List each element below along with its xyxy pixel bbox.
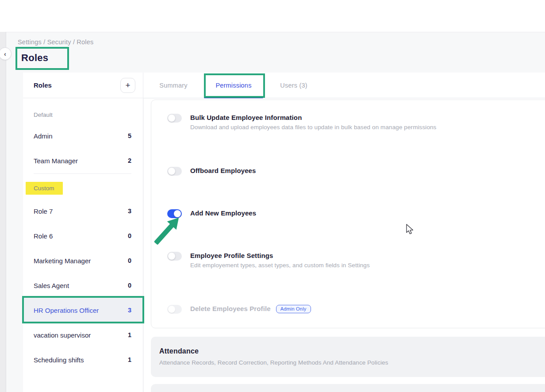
bulk-update-toggle[interactable] <box>167 114 182 123</box>
role-name: Role 6 <box>34 232 53 240</box>
permission-label: Add New Employees <box>190 208 256 218</box>
toggle-knob <box>168 115 175 122</box>
role-user-count: 5 <box>128 132 131 139</box>
employees-permissions-panel: Bulk Update Employee Information Downloa… <box>151 100 545 328</box>
toggle-knob <box>168 253 175 260</box>
role-name: Sales Agent <box>34 282 69 289</box>
sidebar-item-scheduling-shifts[interactable]: Scheduling shifts 1 <box>23 347 143 372</box>
role-name: Role 7 <box>34 208 53 215</box>
role-name: Team Manager <box>34 157 78 165</box>
toggle-knob <box>168 306 175 313</box>
sidebar-item-marketing-manager[interactable]: Marketing Manager 0 <box>23 248 143 273</box>
tab-permissions[interactable]: Permissions <box>215 73 251 98</box>
profile-settings-toggle[interactable] <box>167 252 182 261</box>
toggle-knob <box>168 168 175 175</box>
role-name: HR Operations Officer <box>34 307 99 314</box>
offboard-toggle[interactable] <box>167 167 182 176</box>
add-new-employees-toggle[interactable] <box>167 209 182 218</box>
permission-description: Edit employement types, asset types, and… <box>190 262 370 269</box>
role-name: Admin <box>34 132 53 140</box>
sidebar-item-role-6[interactable]: Role 6 0 <box>23 223 143 248</box>
admin-only-badge: Admin Only <box>276 305 311 313</box>
sidebar-divider <box>34 173 131 174</box>
permission-row-delete-profile: Delete Employees Profile Admin Only <box>167 304 545 314</box>
section-label-custom: Custom <box>23 179 143 197</box>
permission-row-bulk-update: Bulk Update Employee Information Downloa… <box>167 113 545 131</box>
next-section-card-partial[interactable] <box>151 384 545 392</box>
permission-row-profile-settings: Employee Profile Settings Edit employeme… <box>167 251 545 269</box>
permission-description: Download and upload employees data files… <box>190 124 436 131</box>
sidebar-item-vacation-supervisor[interactable]: vacation supervisor 1 <box>23 323 143 347</box>
sidebar-item-role-7[interactable]: Role 7 3 <box>23 199 143 223</box>
active-tab-indicator <box>204 97 263 98</box>
role-user-count: 3 <box>128 208 131 215</box>
delete-profile-toggle <box>167 305 182 314</box>
role-name: Marketing Manager <box>34 257 91 265</box>
left-edge-strip <box>0 32 6 392</box>
sidebar-item-sales-agent[interactable]: Sales Agent 0 <box>23 273 143 298</box>
page-title: Roles <box>21 52 48 64</box>
roles-sidebar: Roles + Default Admin 5 Team Manager 2 C… <box>23 73 143 392</box>
sidebar-item-team-manager[interactable]: Team Manager 2 <box>23 148 143 173</box>
permission-label: Offboard Employees <box>190 166 256 176</box>
roles-settings-page: ‹ Settings / Security / Roles Roles Role… <box>0 0 545 392</box>
permission-label: Employee Profile Settings <box>190 251 370 261</box>
sidebar-header-title: Roles <box>34 81 52 89</box>
section-label-default: Default <box>23 105 143 124</box>
role-user-count: 1 <box>128 356 131 363</box>
role-user-count: 3 <box>128 307 131 314</box>
detail-tabbar: Summary Permissions Users (3) <box>143 73 545 98</box>
permission-label: Bulk Update Employee Information <box>190 113 436 123</box>
role-user-count: 1 <box>128 331 131 338</box>
role-user-count: 0 <box>128 257 131 264</box>
chevron-left-icon: ‹ <box>4 50 6 58</box>
role-user-count: 0 <box>128 282 131 289</box>
toggle-knob <box>174 210 181 217</box>
section-description: Attendance Records, Record Correction, R… <box>159 359 545 366</box>
sidebar-item-admin[interactable]: Admin 5 <box>23 123 143 148</box>
permission-row-offboard: Offboard Employees <box>167 166 545 176</box>
sidebar-item-hr-operations-officer[interactable]: HR Operations Officer 3 <box>23 298 143 323</box>
plus-icon: + <box>125 81 130 90</box>
sidebar-header: Roles + <box>23 73 143 98</box>
role-user-count: 2 <box>128 157 131 164</box>
role-name: vacation supervisor <box>34 331 91 339</box>
role-name: Scheduling shifts <box>34 356 84 364</box>
custom-label-highlight: Custom <box>26 182 63 195</box>
attendance-section-card[interactable]: Attendance Attendance Records, Record Co… <box>151 337 545 377</box>
tab-users[interactable]: Users (3) <box>280 73 307 98</box>
add-role-button[interactable]: + <box>120 78 135 93</box>
role-user-count: 0 <box>128 232 131 239</box>
tab-summary[interactable]: Summary <box>159 73 187 98</box>
permission-row-add-new-employees: Add New Employees <box>167 209 545 218</box>
permission-label: Delete Employees Profile <box>190 304 271 314</box>
section-title: Attendance <box>159 347 545 355</box>
breadcrumb[interactable]: Settings / Security / Roles <box>18 38 93 46</box>
